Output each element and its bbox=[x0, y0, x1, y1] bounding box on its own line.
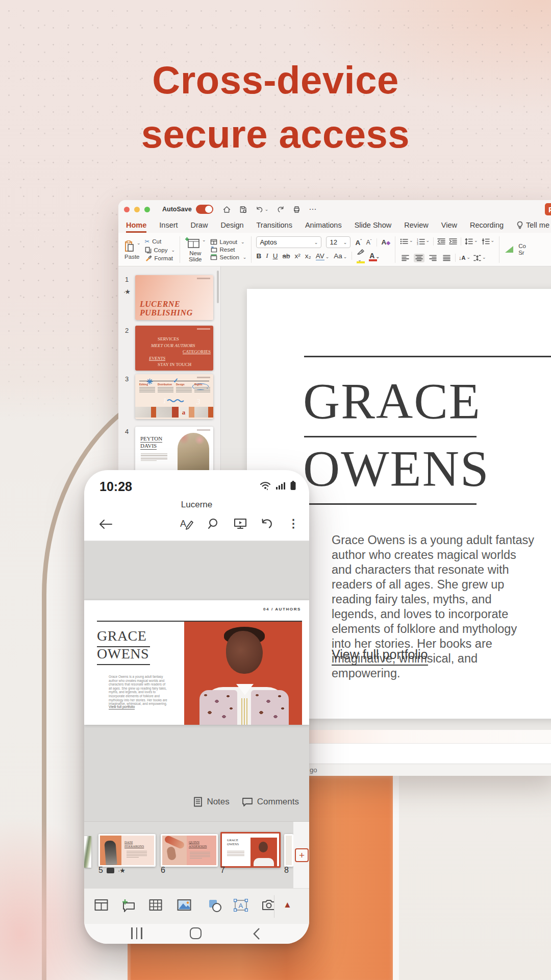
cut-button[interactable]: ✂Cut bbox=[145, 238, 175, 245]
decrease-font-size-button[interactable]: Aˇ bbox=[366, 238, 372, 246]
present-icon[interactable] bbox=[234, 518, 247, 530]
new-comment-icon[interactable] bbox=[121, 899, 135, 912]
clear-formatting-button[interactable]: A◆ bbox=[382, 238, 390, 246]
eraser-icon: ◆ bbox=[386, 240, 390, 246]
save-icon[interactable] bbox=[239, 205, 247, 214]
line-spacing-button[interactable]: ⌄ bbox=[465, 238, 478, 245]
tab-recording[interactable]: Recording bbox=[470, 221, 504, 233]
undo-chevron-icon[interactable]: ⌄ bbox=[265, 207, 269, 212]
slide-thumbnail-4[interactable]: PEYTONDAVIS bbox=[135, 427, 213, 472]
numbering-button[interactable]: 123⌄ bbox=[417, 238, 430, 245]
italic-button[interactable]: I bbox=[266, 252, 268, 260]
slide-4-thumbnail-partial[interactable] bbox=[84, 836, 91, 868]
home-icon[interactable] bbox=[222, 205, 231, 214]
slide-number: 2 bbox=[125, 327, 129, 334]
minimize-window-button[interactable] bbox=[134, 207, 140, 212]
tab-animations[interactable]: Animations bbox=[305, 221, 342, 233]
format-brush-icon bbox=[145, 255, 152, 262]
text-direction-button[interactable]: ↓A⌄ bbox=[459, 255, 470, 261]
tab-transitions[interactable]: Transitions bbox=[257, 221, 292, 233]
section-button[interactable]: Section⌄ bbox=[210, 254, 247, 260]
align-left-button[interactable] bbox=[400, 254, 411, 262]
underline-button[interactable]: U bbox=[273, 252, 278, 260]
autosave-toggle[interactable] bbox=[196, 205, 213, 214]
reset-button[interactable]: Reset bbox=[210, 247, 247, 253]
overflow-menu-icon[interactable]: ⋮ bbox=[288, 517, 299, 530]
slide-6-label: 6 bbox=[161, 866, 165, 875]
phone-view-full-portfolio-link[interactable]: View full portfolio bbox=[109, 705, 135, 709]
font-name-select[interactable]: Aptos⌄ bbox=[256, 236, 321, 248]
shapes-icon[interactable] bbox=[208, 899, 222, 912]
search-icon[interactable] bbox=[208, 518, 220, 530]
format-painter-button[interactable]: Format bbox=[145, 255, 175, 262]
align-center-button[interactable] bbox=[414, 254, 424, 262]
undo-icon[interactable] bbox=[261, 518, 274, 530]
layout-icon bbox=[210, 239, 217, 245]
add-slide-button[interactable]: + bbox=[295, 848, 309, 862]
decrease-indent-button[interactable] bbox=[437, 238, 445, 245]
align-right-button[interactable] bbox=[428, 254, 438, 262]
print-icon[interactable] bbox=[292, 205, 301, 214]
notes-icon bbox=[193, 797, 203, 807]
increase-indent-button[interactable] bbox=[449, 238, 457, 245]
slide-7-thumbnail-selected[interactable]: GRACEOWENS bbox=[220, 832, 281, 868]
paragraph-spacing-button[interactable]: ⌄ bbox=[482, 238, 495, 245]
undo-button[interactable]: ⌄ bbox=[255, 205, 269, 214]
home-nav-icon[interactable] bbox=[190, 927, 202, 939]
close-window-button[interactable] bbox=[124, 207, 130, 212]
slide-5-thumbnail[interactable]: DANIFERRARONS bbox=[98, 834, 156, 867]
slide-layout-icon[interactable] bbox=[94, 899, 108, 911]
tab-design[interactable]: Design bbox=[220, 221, 243, 233]
comments-button[interactable]: Comments bbox=[242, 797, 299, 807]
tab-draw[interactable]: Draw bbox=[191, 221, 208, 233]
font-size-select[interactable]: 12⌄ bbox=[326, 236, 350, 248]
zoom-window-button[interactable] bbox=[144, 207, 150, 212]
tab-tell-me[interactable]: Tell me bbox=[516, 221, 549, 233]
recents-nav-icon[interactable] bbox=[131, 927, 142, 939]
copy-button[interactable]: Copy⌄ bbox=[145, 247, 175, 254]
redo-icon[interactable] bbox=[276, 205, 285, 214]
view-full-portfolio-link[interactable]: View full portfolio bbox=[332, 647, 428, 666]
mac-traffic-lights bbox=[124, 207, 150, 212]
bold-button[interactable]: B bbox=[256, 252, 261, 260]
font-color-button[interactable]: A⌄ bbox=[369, 252, 380, 260]
more-toolbar-icon[interactable]: ⋯ bbox=[309, 205, 316, 214]
change-case-button[interactable]: Aa⌄ bbox=[334, 252, 347, 260]
tab-view[interactable]: View bbox=[441, 221, 457, 233]
bullets-button[interactable]: ⌄ bbox=[400, 238, 413, 245]
phone-slide-canvas[interactable]: 04 / AUTHORS GRACE OWENS Grace Owens is … bbox=[84, 600, 309, 725]
slide-6-thumbnail[interactable]: QUINNANDERSON bbox=[161, 834, 218, 867]
panel-scrollbar[interactable] bbox=[217, 271, 219, 303]
edit-icon[interactable]: A bbox=[180, 517, 194, 530]
tab-review[interactable]: Review bbox=[404, 221, 429, 233]
subscript-button[interactable]: x₂ bbox=[305, 252, 311, 260]
superscript-button[interactable]: x² bbox=[294, 252, 300, 260]
slide-thumbnail-2[interactable]: SERVICES MEET OUR AUTHORS CATEGORIES EVE… bbox=[135, 326, 213, 371]
paste-button[interactable]: ⌄ Paste bbox=[123, 240, 141, 260]
slide-8-thumbnail-partial[interactable] bbox=[284, 834, 293, 867]
phone-slide-title-line2: OWENS bbox=[97, 645, 149, 663]
tab-home[interactable]: Home bbox=[126, 221, 146, 233]
slide-thumbnail-1[interactable]: LUCERNEPUBLISHING bbox=[135, 275, 213, 320]
tab-insert[interactable]: Insert bbox=[159, 221, 178, 233]
slide-title-line1: GRACE bbox=[303, 374, 481, 429]
layout-button[interactable]: Layout⌄ bbox=[210, 239, 247, 245]
text-highlight-button[interactable]: ⌄ bbox=[357, 249, 365, 263]
notes-button[interactable]: Notes bbox=[193, 797, 229, 807]
back-button[interactable] bbox=[98, 518, 113, 530]
image-icon[interactable] bbox=[177, 899, 191, 911]
tab-slide-show[interactable]: Slide Show bbox=[355, 221, 392, 233]
increase-font-size-button[interactable]: Aˆ bbox=[355, 238, 361, 247]
hero-title-line2: secure access bbox=[0, 107, 551, 161]
convert-smartart-button-clipped[interactable]: CoSr bbox=[504, 235, 526, 264]
new-slide-button[interactable]: ⌄ New Slide bbox=[185, 237, 206, 262]
justify-button[interactable] bbox=[441, 254, 452, 262]
character-spacing-button[interactable]: AV⌄ bbox=[316, 252, 330, 260]
textbox-icon[interactable]: A bbox=[234, 899, 248, 912]
table-icon[interactable] bbox=[149, 899, 162, 911]
strikethrough-button[interactable]: ab bbox=[282, 252, 290, 260]
slide-thumbnail-3[interactable]: ✳ ✓ Editing Distribution Design Rights bbox=[135, 374, 213, 419]
align-text-button[interactable]: ⌄ bbox=[473, 255, 486, 261]
collapse-toolbar-icon[interactable]: ▲ bbox=[283, 900, 292, 910]
back-nav-icon[interactable] bbox=[253, 927, 261, 940]
